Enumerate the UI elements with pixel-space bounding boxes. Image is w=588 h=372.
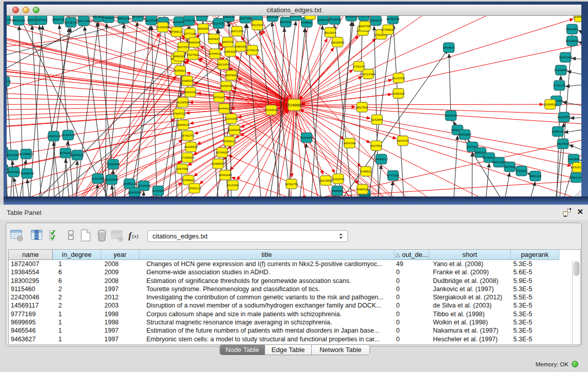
close-panel-button[interactable]: ✕ <box>577 207 583 216</box>
teal-node[interactable]: 1527602 <box>35 16 47 25</box>
teal-node[interactable]: 2718176 <box>553 81 565 91</box>
yellow-node[interactable]: 1527602 <box>187 50 199 60</box>
network-canvas[interactable]: 9405578206914061065328715276026466100107… <box>7 16 581 197</box>
yellow-node[interactable]: 8427552 <box>177 42 189 52</box>
yellow-node[interactable]: 16671358 <box>230 27 244 36</box>
teal-node[interactable]: 7463822 <box>515 166 527 176</box>
teal-node[interactable]: 7615526 <box>504 162 515 172</box>
teal-node[interactable]: 1588520 <box>317 16 329 25</box>
teal-node[interactable]: 12213399 <box>195 16 208 20</box>
yellow-node[interactable]: 8912954 <box>324 28 337 37</box>
teal-node[interactable]: 15958123 <box>123 179 136 189</box>
table-row[interactable]: 1938455462009Genome-wide association stu… <box>9 268 572 276</box>
minimize-window-button[interactable] <box>23 7 29 13</box>
yellow-node[interactable]: 9146821 <box>174 66 186 76</box>
teal-node[interactable]: 11456813 <box>19 149 33 159</box>
yellow-node[interactable]: 1588520 <box>181 76 193 86</box>
table-row[interactable]: 946362711997Embryonic stem cells: a mode… <box>9 335 572 343</box>
column-header-name[interactable]: name <box>9 250 53 260</box>
table-row[interactable]: 969969511998Structural magnetic resonanc… <box>9 318 572 326</box>
yellow-node[interactable]: 18724007 <box>215 148 229 158</box>
select-rows-button[interactable] <box>47 228 62 243</box>
yellow-node[interactable]: 20876821 <box>225 71 238 80</box>
row-height-button[interactable] <box>63 228 79 243</box>
yellow-node[interactable]: 20206526 <box>184 142 198 152</box>
yellow-node[interactable]: 19218506 <box>319 176 332 185</box>
float-panel-button[interactable] <box>563 209 571 216</box>
yellow-node[interactable]: 10653287 <box>224 47 237 57</box>
yellow-node[interactable]: 8186328 <box>393 89 404 98</box>
table-row[interactable]: 1830029562008Estimation of significance … <box>9 277 572 285</box>
teal-node[interactable]: 19448794 <box>20 169 34 179</box>
teal-node[interactable]: 9777169 <box>387 171 399 181</box>
yellow-node[interactable]: 9146821 <box>360 166 372 176</box>
table-settings-button[interactable] <box>9 228 25 243</box>
column-header-in_degree[interactable]: in_degree <box>53 250 101 260</box>
yellow-node[interactable]: 12010350 <box>225 114 238 124</box>
yellow-node[interactable]: 9463627 <box>208 34 220 44</box>
yellow-node[interactable]: 20206526 <box>543 100 557 110</box>
yellow-node[interactable]: 9297588 <box>176 164 188 174</box>
teal-node[interactable]: 20691406 <box>12 16 25 25</box>
yellow-node[interactable]: 2718176 <box>353 61 364 71</box>
yellow-node[interactable]: 17359928 <box>181 153 194 163</box>
teal-node[interactable]: 8912954 <box>566 25 578 34</box>
column-header-pagerank[interactable]: pagerank <box>511 250 559 260</box>
teal-node[interactable]: 8912954 <box>132 16 144 21</box>
import-table-disabled-button[interactable] <box>110 228 125 243</box>
function-builder-button[interactable]: f(x) <box>127 228 143 243</box>
teal-node[interactable]: 15344518 <box>61 130 75 140</box>
teal-node[interactable]: 18300295 <box>128 188 141 198</box>
teal-node[interactable]: 9463627 <box>443 43 454 53</box>
yellow-node[interactable]: 13505115 <box>188 184 201 193</box>
new-table-button[interactable] <box>78 228 93 243</box>
tab-network-table[interactable]: Network Table <box>312 345 369 355</box>
teal-node[interactable]: 8322036 <box>329 16 341 25</box>
teal-node[interactable]: 8186328 <box>552 127 563 137</box>
table-row[interactable]: 1872400712008Changes of HCN gene express… <box>9 260 572 268</box>
teal-node[interactable]: 2718176 <box>183 16 195 25</box>
table-selector-combobox[interactable]: citations_edges.txt <box>147 230 348 242</box>
teal-node[interactable]: 13505115 <box>47 132 60 141</box>
yellow-node[interactable]: 14569117 <box>170 27 183 37</box>
column-header-out_de[interactable]: △out_de... <box>395 250 429 260</box>
teal-node[interactable]: 16958107 <box>369 16 382 26</box>
close-window-button[interactable] <box>12 7 19 13</box>
teal-node[interactable]: 9827508 <box>557 139 569 149</box>
teal-node[interactable]: 14569117 <box>375 155 388 164</box>
yellow-node[interactable]: 10719133 <box>246 46 259 55</box>
yellow-node[interactable]: 11456813 <box>573 16 581 22</box>
column-header-short[interactable]: short <box>429 250 511 260</box>
show-columns-button[interactable] <box>29 228 45 243</box>
yellow-node[interactable]: 8979197 <box>213 93 225 102</box>
teal-node[interactable]: 8860128 <box>529 171 541 181</box>
teal-node[interactable]: 9297588 <box>7 150 18 160</box>
teal-node[interactable]: 23420046 <box>554 65 568 75</box>
yellow-node[interactable]: 18226058 <box>331 37 344 47</box>
yellow-node[interactable]: 16782751 <box>181 131 194 141</box>
yellow-node[interactable]: 16782751 <box>285 179 298 189</box>
teal-node[interactable]: 10262049 <box>105 175 118 185</box>
table-scrollbar-thumb[interactable] <box>574 261 579 276</box>
teal-node[interactable]: 16543382 <box>559 53 572 62</box>
teal-node[interactable]: 19384554 <box>106 160 120 169</box>
yellow-node[interactable]: 19218506 <box>176 98 189 107</box>
yellow-node[interactable]: 19448794 <box>220 81 233 91</box>
table-row[interactable]: 2242004622012Investigating the contribut… <box>9 293 572 301</box>
network-window-titlebar[interactable]: citations_edges.txt <box>7 5 581 16</box>
teal-node[interactable]: 7463822 <box>102 16 114 23</box>
teal-node[interactable]: 2803144 <box>570 173 581 183</box>
yellow-node[interactable]: 6466100 <box>173 52 185 61</box>
table-row[interactable]: 977716911998Corpus callosum shape and si… <box>9 310 572 318</box>
yellow-node[interactable]: 8322036 <box>332 174 344 184</box>
teal-node[interactable]: 8860128 <box>117 16 129 24</box>
teal-node[interactable]: 9699695 <box>331 186 343 196</box>
yellow-node[interactable]: 2803144 <box>397 136 409 146</box>
yellow-node[interactable]: 9827508 <box>356 102 368 112</box>
yellow-node[interactable]: 18300295 <box>219 170 232 180</box>
yellow-node[interactable]: 16444021 <box>217 104 231 114</box>
yellow-node[interactable]: 22420046 <box>156 23 169 32</box>
yellow-node[interactable]: 15958123 <box>223 137 236 146</box>
yellow-node[interactable]: 8427552 <box>371 141 382 150</box>
tab-node-table[interactable]: Node Table <box>220 345 265 355</box>
